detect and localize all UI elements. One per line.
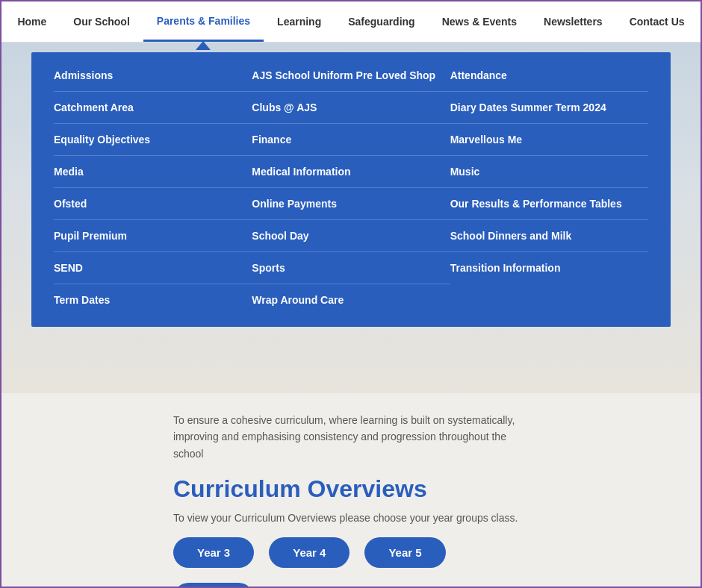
- dropdown-term-dates[interactable]: Term Dates: [54, 284, 252, 316]
- nav-contact-us[interactable]: Contact Us: [616, 1, 698, 42]
- dropdown-clubs[interactable]: Clubs @ AJS: [252, 92, 450, 124]
- dropdown-school-day[interactable]: School Day: [252, 220, 450, 252]
- dropdown-music[interactable]: Music: [450, 156, 648, 188]
- dropdown-diary-dates[interactable]: Diary Dates Summer Term 2024: [450, 92, 648, 124]
- dropdown-marvellous-me[interactable]: Marvellous Me: [450, 124, 648, 156]
- nav-items: Home Our School Parents & Families Learn…: [4, 1, 698, 42]
- dropdown-col-1: Admissions Catchment Area Equality Objec…: [54, 60, 252, 316]
- section-subtitle: To view your Curriculum Overviews please…: [173, 512, 529, 524]
- year4-button[interactable]: Year 4: [269, 537, 350, 568]
- dropdown-medical-info[interactable]: Medical Information: [252, 156, 450, 188]
- dropdown-online-payments[interactable]: Online Payments: [252, 188, 450, 220]
- dropdown-menu: Admissions Catchment Area Equality Objec…: [31, 52, 671, 327]
- nav-newsletters[interactable]: Newsletters: [530, 1, 616, 42]
- nav-home[interactable]: Home: [4, 1, 60, 42]
- year5-button[interactable]: Year 5: [364, 537, 445, 568]
- year-buttons-container: Year 3 Year 4 Year 5 Year 6: [173, 537, 529, 588]
- dropdown-col-3: Attendance Diary Dates Summer Term 2024 …: [450, 60, 648, 316]
- intro-text: To ensure a cohesive curriculum, where l…: [173, 412, 529, 462]
- dropdown-pupil-premium[interactable]: Pupil Premium: [54, 220, 252, 252]
- dropdown-catchment-area[interactable]: Catchment Area: [54, 92, 252, 124]
- year6-button[interactable]: Year 6: [173, 583, 254, 588]
- nav-learning[interactable]: Learning: [264, 1, 335, 42]
- dropdown-media[interactable]: Media: [54, 156, 252, 188]
- nav-news-events[interactable]: News & Events: [429, 1, 530, 42]
- dropdown-school-dinners[interactable]: School Dinners and Milk: [450, 220, 648, 252]
- navbar: Home Our School Parents & Families Learn…: [1, 1, 701, 43]
- dropdown-send[interactable]: SEND: [54, 252, 252, 284]
- dropdown-grid: Admissions Catchment Area Equality Objec…: [54, 60, 648, 316]
- dropdown-finance[interactable]: Finance: [252, 124, 450, 156]
- dropdown-wrap-around-care[interactable]: Wrap Around Care: [252, 284, 450, 316]
- dropdown-transition-info[interactable]: Transition Information: [450, 252, 648, 284]
- dropdown-attendance[interactable]: Attendance: [450, 60, 648, 92]
- dropdown-sports[interactable]: Sports: [252, 252, 450, 284]
- dropdown-equality-objectives[interactable]: Equality Objectives: [54, 124, 252, 156]
- nav-safeguarding[interactable]: Safeguarding: [335, 1, 428, 42]
- dropdown-uniform-shop[interactable]: AJS School Uniform Pre Loved Shop: [252, 60, 450, 92]
- dropdown-ofsted[interactable]: Ofsted: [54, 188, 252, 220]
- nav-parents-families[interactable]: Parents & Families: [143, 1, 264, 42]
- year3-button[interactable]: Year 3: [173, 537, 254, 568]
- nav-our-school[interactable]: Our School: [60, 1, 143, 42]
- page-content: To ensure a cohesive curriculum, where l…: [1, 397, 701, 588]
- section-title: Curriculum Overviews: [173, 475, 529, 503]
- dropdown-col-2: AJS School Uniform Pre Loved Shop Clubs …: [252, 60, 450, 316]
- dropdown-results-tables[interactable]: Our Results & Performance Tables: [450, 188, 648, 220]
- dropdown-admissions[interactable]: Admissions: [54, 60, 252, 92]
